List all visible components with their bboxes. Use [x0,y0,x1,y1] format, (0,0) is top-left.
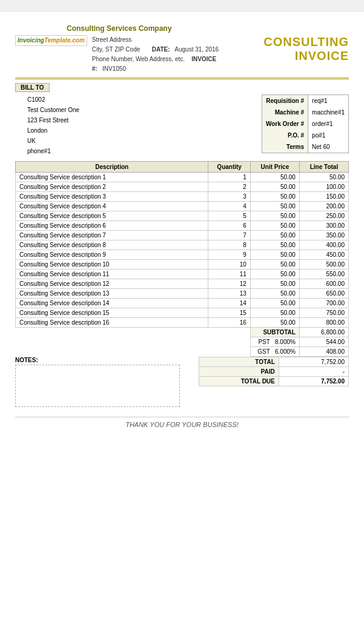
bill-to-section: BILL TO C1002 Test Customer One 123 Firs… [15,83,349,156]
bottom-section: NOTES: TOTAL 7,752.00 PAID - TOTAL DUE 7… [15,357,349,407]
bill-to-label: BILL TO [15,83,50,92]
address-line2: City, ST ZIP Code DATE: August 31, 2016 [92,45,223,55]
row-price: 50.00 [250,173,299,182]
notes-label: NOTES: [15,357,189,363]
row-desc: Consulting Service description 2 [16,182,208,192]
field-label: P.O. # [262,130,308,141]
logo-com: .com [70,37,84,44]
row-qty: 9 [208,250,250,260]
row-desc: Consulting Service description 15 [16,308,208,318]
subtotal-label: SUBTOTAL [250,328,299,337]
row-desc: Consulting Service description 9 [16,250,208,260]
row-total: 500.00 [299,260,348,270]
total-label: TOTAL [199,357,279,367]
row-total: 700.00 [299,299,348,308]
row-price: 50.00 [250,182,299,192]
table-row: Consulting Service description 7 7 50.00… [16,231,349,240]
row-qty: 5 [208,211,250,221]
invoice-table: Description Quantity Unit Price Line Tot… [15,161,349,357]
subtotal-value: 6,800.00 [299,328,348,337]
row-total: 150.00 [299,192,348,202]
bill-to-fields-table: Requisition #req#1Machine #macchine#1Wor… [262,95,348,153]
pst-label-cell: PST 8.000% [250,337,299,347]
row-desc: Consulting Service description 3 [16,192,208,202]
logo-template: Template [44,37,71,44]
row-total: 200.00 [299,202,348,211]
field-value: req#1 [308,95,348,107]
notes-box[interactable] [15,365,180,407]
subtotal-row: SUBTOTAL 6,800.00 [16,328,349,337]
address-line1: Street Address [92,35,223,45]
row-total: 650.00 [299,289,348,299]
bill-to-content: C1002 Test Customer One 123 First Street… [15,94,349,156]
bill-to-field-row: Machine #macchine#1 [262,107,348,118]
row-price: 50.00 [250,299,299,308]
table-row: Consulting Service description 11 11 50.… [16,270,349,279]
field-label: Terms [262,141,308,153]
col-description: Description [16,162,208,173]
total-due-label: TOTAL DUE [199,377,279,386]
table-row: Consulting Service description 1 1 50.00… [16,173,349,182]
table-row: Consulting Service description 12 12 50.… [16,279,349,289]
row-qty: 12 [208,279,250,289]
row-price: 50.00 [250,231,299,240]
col-quantity: Quantity [208,162,250,173]
row-total: 350.00 [299,231,348,240]
table-row: Consulting Service description 8 8 50.00… [16,240,349,250]
table-header-row: Description Quantity Unit Price Line Tot… [16,162,349,173]
customer-phone: phone#1 [27,146,79,156]
address-block: Street Address City, ST ZIP Code DATE: A… [92,35,223,74]
row-price: 50.00 [250,270,299,279]
row-qty: 13 [208,289,250,299]
row-desc: Consulting Service description 11 [16,270,208,279]
row-desc: Consulting Service description 8 [16,240,208,250]
total-due-row: TOTAL DUE 7,752.00 [199,377,349,386]
table-row: Consulting Service description 16 16 50.… [16,318,349,328]
logo: InvoicingTemplate.com [15,35,87,46]
table-row: Consulting Service description 4 4 50.00… [16,202,349,211]
table-row: Consulting Service description 6 6 50.00… [16,221,349,231]
row-total: 800.00 [299,318,348,328]
table-row: Consulting Service description 13 13 50.… [16,289,349,299]
pst-value: 544.00 [299,337,348,347]
invoice-num-value: INV1050 [102,65,126,72]
paid-label: PAID [199,367,279,377]
row-qty: 14 [208,299,250,308]
row-desc: Consulting Service description 7 [16,231,208,240]
table-row: Consulting Service description 2 2 50.00… [16,182,349,192]
total-due-value: 7,752.00 [279,377,348,386]
row-total: 100.00 [299,182,348,192]
row-qty: 6 [208,221,250,231]
row-qty: 4 [208,202,250,211]
row-price: 50.00 [250,240,299,250]
row-total: 550.00 [299,270,348,279]
row-price: 50.00 [250,318,299,328]
row-total: 300.00 [299,221,348,231]
table-row: Consulting Service description 9 9 50.00… [16,250,349,260]
row-total: 50.00 [299,173,348,182]
table-row: Consulting Service description 10 10 50.… [16,260,349,270]
row-price: 50.00 [250,250,299,260]
bill-to-address: C1002 Test Customer One 123 First Street… [15,94,79,156]
field-label: Machine # [262,107,308,118]
gst-value: 408.00 [299,347,348,357]
header-divider [15,78,349,79]
total-value: 7,752.00 [279,357,348,367]
totals-table: TOTAL 7,752.00 PAID - TOTAL DUE 7,752.00 [199,357,349,386]
table-row: Consulting Service description 14 14 50.… [16,299,349,308]
row-qty: 2 [208,182,250,192]
field-value: order#1 [308,118,348,130]
customer-id: C1002 [27,94,79,105]
table-row: Consulting Service description 3 3 50.00… [16,192,349,202]
table-row: Consulting Service description 15 15 50.… [16,308,349,318]
address-line3: Phone Number, Web Address, etc. INVOICE … [92,55,223,74]
row-desc: Consulting Service description 5 [16,211,208,221]
col-line-total: Line Total [299,162,348,173]
field-value: po#1 [308,130,348,141]
bill-to-field-row: Requisition #req#1 [262,95,348,107]
row-desc: Consulting Service description 12 [16,279,208,289]
row-desc: Consulting Service description 16 [16,318,208,328]
row-price: 50.00 [250,211,299,221]
field-label: Requisition # [262,95,308,107]
row-desc: Consulting Service description 1 [16,173,208,182]
